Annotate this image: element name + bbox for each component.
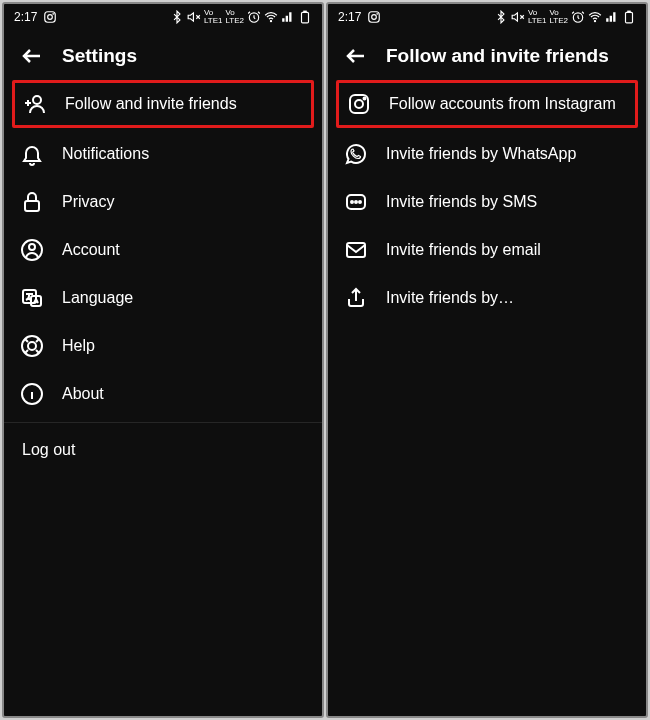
item-label: Language <box>62 289 133 307</box>
svg-point-25 <box>364 98 366 100</box>
lte2-icon: VoLTE2 <box>225 9 244 25</box>
svg-point-28 <box>355 201 357 203</box>
invite-item-share[interactable]: Invite friends by… <box>328 274 646 322</box>
item-label: About <box>62 385 104 403</box>
svg-rect-5 <box>302 12 309 22</box>
battery-icon <box>622 10 636 24</box>
instagram-status-icon <box>367 10 381 24</box>
item-label: Privacy <box>62 193 114 211</box>
signal-icon <box>605 10 619 24</box>
status-bar: 2:17 VoLTE1 VoLTE2 <box>4 4 322 30</box>
svg-point-14 <box>28 342 36 350</box>
wifi-icon <box>588 10 602 24</box>
svg-point-10 <box>29 244 35 250</box>
user-circle-icon <box>20 238 44 262</box>
lte1-icon: VoLTE1 <box>204 9 223 25</box>
header: Settings <box>4 30 322 78</box>
svg-point-1 <box>48 15 53 20</box>
battery-icon <box>298 10 312 24</box>
item-label: Invite friends by… <box>386 289 514 307</box>
sms-icon <box>344 190 368 214</box>
logout-label: Log out <box>22 441 75 458</box>
back-icon[interactable] <box>344 44 368 68</box>
invite-item-whatsapp[interactable]: Invite friends by WhatsApp <box>328 130 646 178</box>
phone-left: 2:17 VoLTE1 VoLTE2 Settings Follow and <box>2 2 324 718</box>
whatsapp-icon <box>344 142 368 166</box>
settings-item-follow-invite[interactable]: Follow and invite friends <box>12 80 314 128</box>
page-title: Settings <box>62 45 137 67</box>
settings-item-help[interactable]: Help <box>4 322 322 370</box>
invite-list: Follow accounts from Instagram Invite fr… <box>328 78 646 322</box>
item-label: Invite friends by WhatsApp <box>386 145 576 163</box>
item-label: Follow accounts from Instagram <box>389 95 616 113</box>
svg-rect-6 <box>304 11 306 12</box>
language-icon <box>20 286 44 310</box>
item-label: Invite friends by SMS <box>386 193 537 211</box>
alarm-icon <box>571 10 585 24</box>
settings-list: Follow and invite friends Notifications … <box>4 78 322 473</box>
svg-point-27 <box>351 201 353 203</box>
mute-icon <box>187 10 201 24</box>
item-label: Account <box>62 241 120 259</box>
header: Follow and invite friends <box>328 30 646 78</box>
status-time: 2:17 <box>14 10 37 24</box>
phone-right: 2:17 VoLTE1 VoLTE2 Follow and invite fri… <box>326 2 648 718</box>
add-user-icon <box>23 92 47 116</box>
lock-icon <box>20 190 44 214</box>
svg-rect-21 <box>626 12 633 22</box>
help-icon <box>20 334 44 358</box>
svg-rect-30 <box>347 243 365 257</box>
page-title: Follow and invite friends <box>386 45 609 67</box>
item-label: Invite friends by email <box>386 241 541 259</box>
settings-item-privacy[interactable]: Privacy <box>4 178 322 226</box>
svg-point-20 <box>594 21 595 22</box>
item-label: Notifications <box>62 145 149 163</box>
instagram-status-icon <box>43 10 57 24</box>
svg-rect-8 <box>25 201 39 211</box>
invite-item-email[interactable]: Invite friends by email <box>328 226 646 274</box>
wifi-icon <box>264 10 278 24</box>
svg-point-24 <box>355 100 363 108</box>
share-icon <box>344 286 368 310</box>
mute-icon <box>511 10 525 24</box>
item-label: Follow and invite friends <box>65 95 237 113</box>
svg-rect-22 <box>628 11 630 12</box>
info-icon <box>20 382 44 406</box>
item-label: Help <box>62 337 95 355</box>
bluetooth-icon <box>170 10 184 24</box>
svg-point-17 <box>372 15 377 20</box>
settings-item-about[interactable]: About <box>4 370 322 418</box>
svg-point-18 <box>377 14 378 15</box>
lte1-icon: VoLTE1 <box>528 9 547 25</box>
lte2-icon: VoLTE2 <box>549 9 568 25</box>
invite-item-sms[interactable]: Invite friends by SMS <box>328 178 646 226</box>
alarm-icon <box>247 10 261 24</box>
bell-icon <box>20 142 44 166</box>
status-bar: 2:17 VoLTE1 VoLTE2 <box>328 4 646 30</box>
logout-button[interactable]: Log out <box>4 427 322 473</box>
back-icon[interactable] <box>20 44 44 68</box>
email-icon <box>344 238 368 262</box>
status-time: 2:17 <box>338 10 361 24</box>
settings-item-account[interactable]: Account <box>4 226 322 274</box>
bluetooth-icon <box>494 10 508 24</box>
svg-point-4 <box>270 21 271 22</box>
svg-point-2 <box>53 14 54 15</box>
invite-item-instagram[interactable]: Follow accounts from Instagram <box>336 80 638 128</box>
settings-item-notifications[interactable]: Notifications <box>4 130 322 178</box>
settings-item-language[interactable]: Language <box>4 274 322 322</box>
divider <box>4 422 322 423</box>
signal-icon <box>281 10 295 24</box>
instagram-icon <box>347 92 371 116</box>
svg-point-29 <box>359 201 361 203</box>
svg-point-7 <box>33 96 41 104</box>
